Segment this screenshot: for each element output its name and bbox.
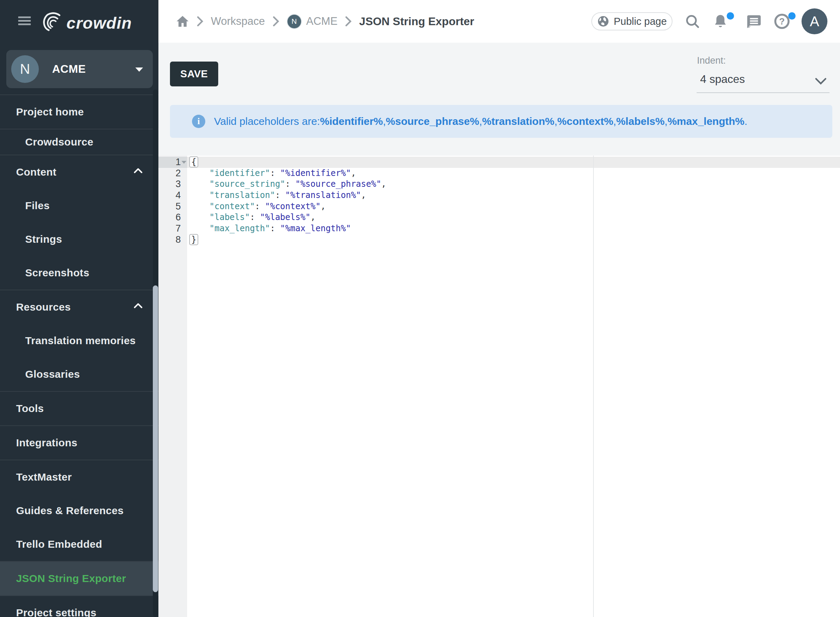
code-value: "%identifier%" bbox=[280, 168, 351, 178]
code-punct: , bbox=[351, 168, 356, 178]
svg-text:?: ? bbox=[779, 16, 785, 27]
bracket-highlight: } bbox=[189, 234, 198, 245]
sidebar-item-guides-references[interactable]: Guides & References bbox=[0, 494, 158, 527]
breadcrumb-project-label: ACME bbox=[307, 15, 338, 28]
sidebar-item-label: Content bbox=[16, 166, 56, 178]
sidebar-item-label: Trello Embedded bbox=[16, 538, 102, 550]
gutter-line-number[interactable]: 8 bbox=[158, 234, 187, 245]
sidebar-item-label: TextMaster bbox=[16, 471, 72, 483]
code-punct: : bbox=[250, 212, 260, 222]
code-key: "max_length" bbox=[209, 223, 270, 233]
fold-icon[interactable] bbox=[181, 161, 186, 164]
code-line-4: "translation": "%translation%", bbox=[187, 190, 840, 201]
sidebar-item-label: Project settings bbox=[16, 607, 97, 617]
code-punct: : bbox=[255, 201, 265, 211]
code-line-1: { bbox=[187, 157, 840, 168]
breadcrumb-workspace[interactable]: Workspace bbox=[211, 15, 265, 28]
gutter-line-number[interactable]: 2 bbox=[158, 168, 187, 179]
gutter-line-number[interactable]: 4 bbox=[158, 190, 187, 201]
hamburger-menu-icon[interactable] bbox=[18, 16, 31, 26]
home-icon[interactable] bbox=[176, 15, 189, 27]
sidebar-item-content[interactable]: Content bbox=[0, 155, 158, 189]
crowdin-logo[interactable]: crowdin bbox=[41, 11, 132, 34]
save-button[interactable]: SAVE bbox=[170, 62, 218, 86]
code-value: "%translation%" bbox=[285, 190, 361, 200]
project-avatar: N bbox=[287, 14, 302, 29]
sidebar-item-trello-embedded[interactable]: Trello Embedded bbox=[0, 527, 158, 561]
code-punct: , bbox=[321, 201, 326, 211]
sidebar-header: crowdin bbox=[0, 0, 158, 43]
globe-icon bbox=[597, 15, 610, 28]
sidebar-item-translation-memories[interactable]: Translation memories bbox=[0, 324, 158, 357]
code-line-6: "labels": "%labels%", bbox=[187, 212, 840, 223]
sidebar-item-label: Tools bbox=[16, 403, 44, 415]
sidebar-item-label: Project home bbox=[16, 106, 84, 118]
code-line-7: "max_length": "%max_length%" bbox=[187, 223, 840, 234]
gutter-line-number[interactable]: 6 bbox=[158, 212, 187, 223]
sidebar-item-label: Screenshots bbox=[25, 267, 89, 279]
code-line-5: "context": "%context%", bbox=[187, 201, 840, 212]
top-bar: Workspace N ACME JSON String Exporter Pu… bbox=[158, 0, 840, 43]
gutter-line-number[interactable]: 5 bbox=[158, 201, 187, 212]
org-switcher[interactable]: N ACME bbox=[6, 50, 153, 88]
code-indent bbox=[189, 190, 209, 200]
search-icon[interactable] bbox=[682, 11, 703, 32]
sidebar-item-label: JSON String Exporter bbox=[16, 573, 126, 585]
code-punct: , bbox=[311, 212, 315, 222]
sidebar-item-resources[interactable]: Resources bbox=[0, 290, 158, 324]
sidebar-item-project-home[interactable]: Project home bbox=[0, 95, 158, 129]
code-indent bbox=[189, 201, 209, 211]
code-punct: : bbox=[275, 190, 285, 200]
chevron-down-icon bbox=[815, 77, 827, 87]
sidebar-item-integrations[interactable]: Integrations bbox=[0, 426, 158, 460]
breadcrumb-project[interactable]: N ACME bbox=[287, 14, 338, 29]
gutter-line-number[interactable]: 7 bbox=[158, 223, 187, 234]
sidebar-item-textmaster[interactable]: TextMaster bbox=[0, 460, 158, 494]
code-punct: : bbox=[270, 168, 280, 178]
sidebar: crowdin N ACME Project homeCrowdsourceCo… bbox=[0, 0, 158, 617]
chat-icon[interactable] bbox=[743, 11, 765, 32]
gutter-line-number[interactable]: 3 bbox=[158, 179, 187, 190]
sidebar-item-label: Resources bbox=[16, 301, 71, 313]
sidebar-item-label: Translation memories bbox=[25, 335, 136, 347]
code-key: "labels" bbox=[209, 212, 250, 222]
code-indent bbox=[189, 212, 209, 222]
code-indent bbox=[189, 168, 209, 178]
sidebar-item-strings[interactable]: Strings bbox=[0, 223, 158, 256]
public-page-label: Public page bbox=[614, 16, 667, 27]
info-banner-text: Valid placeholders are: %identifier%, %s… bbox=[214, 105, 747, 138]
code-line-2: "identifier": "%identifier%", bbox=[187, 168, 840, 179]
code-punct: : bbox=[285, 179, 296, 189]
sidebar-item-project-settings[interactable]: Project settings bbox=[0, 596, 158, 617]
breadcrumb-separator-icon bbox=[345, 16, 352, 27]
sidebar-item-json-string-exporter[interactable]: JSON String Exporter bbox=[0, 562, 158, 595]
breadcrumb-current-page: JSON String Exporter bbox=[359, 15, 474, 28]
sidebar-item-label: Crowdsource bbox=[25, 136, 93, 148]
breadcrumb-separator-icon bbox=[273, 16, 279, 27]
sidebar-item-screenshots[interactable]: Screenshots bbox=[0, 256, 158, 289]
public-page-button[interactable]: Public page bbox=[591, 12, 672, 30]
code-editor[interactable]: 12345678 { "identifier": "%identifier%",… bbox=[158, 156, 840, 617]
org-avatar: N bbox=[11, 55, 39, 83]
gutter-line-number[interactable]: 1 bbox=[158, 157, 187, 168]
sidebar-scrollbar-thumb[interactable] bbox=[153, 285, 158, 592]
sidebar-item-label: Integrations bbox=[16, 437, 77, 449]
sidebar-item-crowdsource[interactable]: Crowdsource bbox=[0, 130, 158, 155]
sidebar-item-files[interactable]: Files bbox=[0, 189, 158, 223]
bell-notification-badge bbox=[727, 12, 734, 19]
editor-code-area[interactable]: { "identifier": "%identifier%", "source_… bbox=[187, 156, 840, 245]
code-value: "%max_length%" bbox=[280, 223, 351, 233]
sidebar-menu: Project homeCrowdsourceContentFilesStrin… bbox=[0, 94, 158, 617]
indent-select[interactable]: 4 spaces bbox=[697, 71, 830, 93]
indent-selected-value: 4 spaces bbox=[700, 73, 745, 86]
crowdin-wordmark: crowdin bbox=[66, 13, 132, 32]
code-line-3: "source_string": "%source_phrase%", bbox=[187, 179, 840, 190]
code-punct: , bbox=[381, 179, 386, 189]
sidebar-item-label: Strings bbox=[25, 233, 62, 245]
sidebar-item-tools[interactable]: Tools bbox=[0, 392, 158, 425]
main-content: SAVE Indent: 4 spaces i Valid placeholde… bbox=[158, 43, 840, 617]
sidebar-item-glossaries[interactable]: Glossaries bbox=[0, 357, 158, 391]
sidebar-item-label: Guides & References bbox=[16, 505, 124, 517]
user-avatar[interactable]: A bbox=[802, 8, 827, 34]
editor-gutter: 12345678 bbox=[158, 156, 187, 617]
